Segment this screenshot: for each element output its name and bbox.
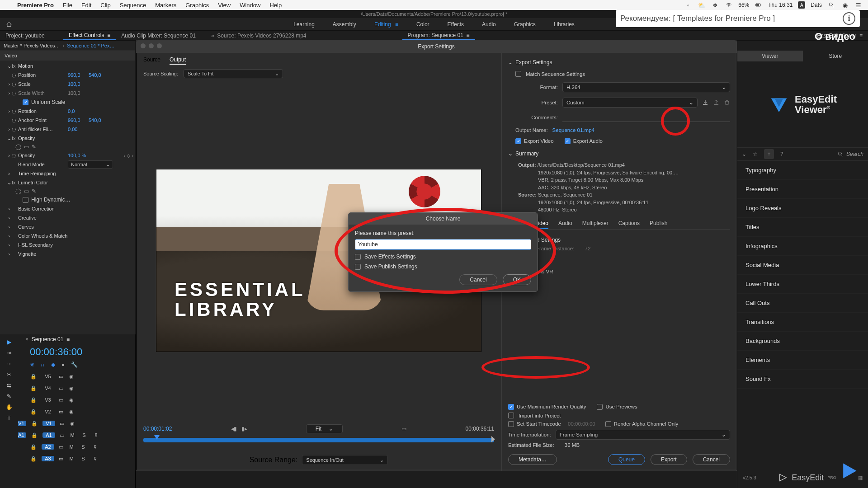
lock-icon[interactable]: 🔒 (31, 432, 38, 438)
exp-tab-captions[interactable]: Captions (618, 218, 640, 229)
star-icon[interactable]: ☆ (753, 151, 758, 157)
lumetri-hsl[interactable]: HSL Secondary (18, 242, 53, 248)
tab-program-monitor[interactable]: Program: Sequence 01 ≡ (402, 31, 475, 40)
chevron-down-icon[interactable]: ⌄ (508, 150, 513, 157)
preview-range-bar[interactable] (143, 438, 494, 442)
mask-rect-icon[interactable]: ▭ (24, 144, 29, 150)
cancel-button[interactable]: Cancel (693, 454, 730, 465)
mask-rect-icon[interactable]: ▭ (24, 188, 29, 194)
ws-graphics[interactable]: Graphics (514, 21, 536, 28)
track-v5[interactable]: V5 (42, 374, 54, 379)
solo-button[interactable]: S (80, 456, 87, 461)
lock-icon[interactable]: 🔒 (31, 421, 38, 427)
ec-time-remap[interactable]: Time Remapping (18, 171, 56, 176)
snap-icon[interactable]: ⋇ (30, 361, 34, 368)
lock-icon[interactable]: 🔒 (30, 444, 37, 450)
ws-menu-icon[interactable]: ≡ (394, 21, 398, 28)
tab-effect-controls[interactable]: Effect Controls ≡ (63, 31, 116, 40)
menu-sequence[interactable]: Sequence (115, 2, 151, 9)
source-scaling-select[interactable]: Scale To Fit⌄ (184, 69, 283, 78)
eye-icon[interactable]: ◉ (68, 374, 75, 380)
add-button[interactable]: + (764, 149, 774, 159)
ec-uniform-check[interactable]: ✓ (23, 99, 28, 105)
mute-button[interactable]: M (68, 456, 75, 461)
fav-dropdown-icon[interactable]: ⌄ (742, 151, 746, 157)
menu-file[interactable]: File (58, 2, 77, 9)
save-preset-icon[interactable] (702, 99, 708, 106)
menu-view[interactable]: View (213, 2, 235, 9)
sync-icon[interactable]: ▭ (59, 385, 63, 391)
export-tab-output[interactable]: Output (170, 56, 186, 65)
ec-anchor-x[interactable]: 960,0 (68, 117, 89, 123)
cat-transitions[interactable]: Transitions (737, 313, 868, 332)
recommend-overlay[interactable]: Рекомендуем: [ Templates for Premiere Pr… (616, 10, 860, 27)
output-name-link[interactable]: Sequence 01.mp4 (552, 127, 594, 133)
metadata-button[interactable]: Metadata… (508, 454, 557, 465)
track-a2[interactable]: A2 (42, 444, 54, 450)
ws-learning[interactable]: Learning (293, 21, 315, 28)
ec-position-y[interactable]: 540,0 (89, 72, 109, 78)
pen-tool[interactable]: ✎ (7, 393, 11, 399)
cat-call-outs[interactable]: Call Outs (737, 294, 868, 313)
track-a1[interactable]: A1 (42, 432, 55, 438)
voiceover-icon[interactable]: 🎙 (91, 456, 99, 461)
preset-select[interactable]: Custom⌄ (562, 98, 698, 108)
eye-icon[interactable]: ◉ (69, 421, 76, 427)
source-range-select[interactable]: Sequence In/Out⌄ (302, 455, 388, 465)
solo-button[interactable]: S (80, 444, 87, 450)
chevron-down-icon[interactable]: ⌄ (508, 59, 513, 66)
sync-icon[interactable]: ▭ (59, 374, 63, 380)
ec-opacity-val[interactable]: 100,0 % (68, 153, 95, 158)
mask-pen-icon[interactable]: ✎ (32, 188, 36, 194)
choose-cancel-button[interactable]: Cancel (459, 274, 497, 285)
lock-icon[interactable]: 🔒 (30, 385, 37, 391)
app-name[interactable]: Premiere Pro (13, 2, 58, 9)
lumetri-curves[interactable]: Curves (18, 224, 34, 230)
lock-icon[interactable]: 🔒 (30, 456, 37, 462)
lumetri-vignette[interactable]: Vignette (18, 251, 36, 257)
ec-opacity[interactable]: Opacity (18, 136, 35, 141)
ws-assembly[interactable]: Assembly (333, 21, 356, 28)
selection-tool[interactable]: ▶ (7, 339, 11, 345)
ws-effects[interactable]: Effects (448, 21, 464, 28)
wifi-icon[interactable] (725, 1, 733, 9)
ec-scale[interactable]: 100,0 (68, 81, 89, 87)
menu-window[interactable]: Window (235, 2, 265, 9)
eye-icon[interactable]: ◉ (68, 409, 75, 415)
sync-icon[interactable]: ▭ (59, 397, 63, 403)
match-seq-check[interactable] (515, 71, 521, 77)
sync-icon[interactable]: ▭ (60, 432, 64, 438)
info-icon[interactable]: i (843, 12, 855, 25)
clock[interactable]: Thu 16:31 (768, 2, 793, 8)
about-video-label[interactable]: О видео (815, 31, 855, 42)
save-effects-check[interactable] (355, 254, 361, 260)
lock-icon[interactable]: 🔒 (30, 409, 37, 415)
set-start-tc-check[interactable] (508, 421, 514, 427)
step-back-icon[interactable]: ◂▮ (231, 426, 237, 432)
help-icon[interactable]: ? (780, 151, 783, 157)
preview-playhead[interactable] (154, 435, 160, 440)
sync-icon[interactable]: ▭ (59, 409, 63, 415)
cat-backgrounds[interactable]: Backgrounds (737, 332, 868, 351)
track-select-tool[interactable]: ⇥ (7, 350, 11, 356)
exp-tab-publish[interactable]: Publish (650, 218, 667, 229)
slip-tool[interactable]: ⇆ (7, 382, 11, 389)
cat-titles[interactable]: Titles (737, 218, 868, 237)
ws-audio[interactable]: Audio (482, 21, 496, 28)
use-max-quality-check[interactable]: ✓ (508, 404, 514, 410)
queue-button[interactable]: Queue (608, 454, 645, 465)
sync-icon[interactable]: ▭ (59, 456, 63, 462)
settings-icon[interactable]: ● (61, 361, 65, 368)
mute-button[interactable]: M (69, 432, 76, 438)
exp-tab-audio[interactable]: Audio (558, 218, 572, 229)
export-audio-check[interactable]: ✓ (565, 138, 571, 144)
easyedit-tab-viewer[interactable]: Viewer (737, 51, 803, 61)
time-interp-select[interactable]: Frame Sampling⌄ (556, 430, 730, 440)
track-v1[interactable]: V1 (42, 421, 55, 426)
ec-hdr-check[interactable] (23, 197, 28, 203)
ripple-tool[interactable]: ↔ (6, 361, 12, 367)
import-preset-icon[interactable] (713, 99, 719, 106)
lumetri-basic[interactable]: Basic Correction (18, 206, 55, 211)
cat-lower-thirds[interactable]: Lower Thirds (737, 275, 868, 294)
ec-master-crumb[interactable]: Master * Pexels Videos… (4, 43, 60, 48)
